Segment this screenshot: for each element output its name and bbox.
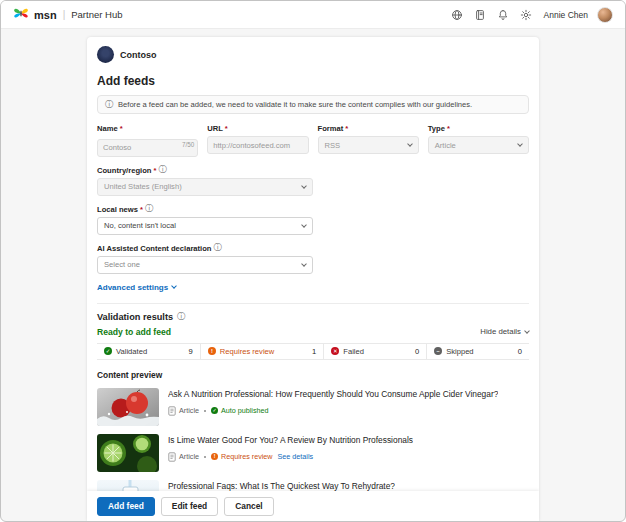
status-skipped: – Skipped 0 [426,344,529,359]
article-meta: Article ✓ Auto published [168,406,498,416]
status-badge: Auto published [221,406,269,415]
ai-declaration-label: AI Assisted Content declaration [97,244,212,253]
info-icon: ⓘ [158,166,166,174]
bell-icon[interactable] [496,8,510,22]
format-label: Format [318,124,344,133]
validation-results-title: Validation results [97,312,173,322]
requires-review-icon: ! [208,347,216,355]
article-thumbnail-water [97,480,159,492]
app-window: msn | Partner Hub [0,0,626,522]
field-country: Country/region * ⓘ United States (Englis… [97,166,313,196]
required-mark: * [447,124,450,133]
status-validated: ✓ Validated 9 [97,344,200,359]
published-icon: ✓ [211,407,218,414]
article-title: Professional Faqs: What Is The Quickest … [168,481,395,491]
meta-separator [204,456,206,458]
hide-details-label: Hide details [480,327,521,336]
journal-icon[interactable] [473,8,487,22]
page-title: Add feeds [97,74,529,88]
required-mark: * [153,166,156,175]
validated-count: 9 [189,347,193,356]
article-thumbnail-limes [97,434,159,472]
article-type: Article [179,406,199,415]
cancel-button[interactable]: Cancel [224,497,273,516]
field-local-news: Local news * ⓘ No, content isn't local [97,205,313,235]
info-icon: ⓘ [214,244,222,252]
type-value: Article [435,141,456,150]
app-name: Partner Hub [71,9,122,20]
preview-item: Professional Faqs: What Is The Quickest … [97,480,529,492]
ready-status: Ready to add feed [97,327,171,337]
requires-review-count: 1 [312,347,316,356]
add-feed-button[interactable]: Add feed [97,497,155,516]
section-divider [97,303,529,304]
article-title: Is Lime Water Good For You? A Review By … [168,435,413,445]
name-label: Name [97,124,118,133]
failed-icon: ✕ [331,347,339,355]
failed-label: Failed [343,347,364,356]
article-type: Article [179,452,199,461]
top-actions: Annie Chen [450,7,613,23]
article-icon [168,406,176,416]
char-counter: 7/50 [182,141,194,148]
msn-logo [13,6,29,24]
type-label: Type [428,124,445,133]
info-icon: ⓘ [177,313,185,321]
type-select: Article [428,136,529,154]
preview-item: Is Lime Water Good For You? A Review By … [97,434,529,472]
ai-declaration-value: Select one [104,260,140,269]
edit-feed-button[interactable]: Edit feed [161,497,218,516]
validation-results-header: Validation results ⓘ [97,312,529,322]
failed-count: 0 [415,347,419,356]
local-news-select[interactable]: No, content isn't local [97,217,313,235]
settings-icon[interactable] [519,8,533,22]
hide-details-toggle[interactable]: Hide details [480,327,529,336]
url-input [207,136,308,154]
article-title: Ask A Nutrition Professional: How Freque… [168,389,498,399]
banner-info-icon: ⓘ [105,101,113,109]
info-icon: ⓘ [145,205,153,213]
validated-icon: ✓ [104,347,112,355]
status-requires-review: ! Requires review 1 [200,344,323,359]
field-format: Format * RSS [318,124,419,157]
field-name: Name * 7/50 [97,124,198,157]
validation-counts-bar: ✓ Validated 9 ! Requires review 1 ✕ Fail… [97,343,529,360]
url-label: URL [207,124,223,133]
validated-label: Validated [116,347,147,356]
advanced-settings-label: Advanced settings [97,283,168,292]
required-mark: * [225,124,228,133]
brand: msn | Partner Hub [13,6,122,24]
required-mark: * [140,205,143,214]
meta-separator [204,410,206,412]
field-ai-declaration: AI Assisted Content declaration ⓘ Select… [97,244,313,274]
preview-item: Ask A Nutrition Professional: How Freque… [97,388,529,426]
see-details-link[interactable]: See details [278,452,314,461]
article-thumbnail-apples [97,388,159,426]
globe-icon[interactable] [450,8,464,22]
user-name: Annie Chen [544,10,588,20]
chevron-down-icon [301,222,307,228]
requires-review-icon: ! [211,453,218,460]
ai-declaration-select[interactable]: Select one [97,256,313,274]
top-bar: msn | Partner Hub [1,1,625,29]
field-url: URL * [207,124,308,157]
action-footer: Add feed Edit feed Cancel [87,491,539,521]
chevron-down-icon [171,283,177,289]
brand-divider: | [63,9,66,20]
country-label: Country/region [97,166,151,175]
format-value: RSS [325,141,341,150]
chevron-down-icon [407,141,413,147]
content-preview-title: Content preview [97,370,529,380]
article-icon [168,452,176,462]
requires-review-label: Requires review [220,347,274,356]
chevron-down-icon [301,261,307,267]
required-mark: * [345,124,348,133]
chevron-down-icon [517,141,523,147]
user-avatar[interactable] [597,7,613,23]
brand-name: msn [34,9,57,21]
chevron-down-icon [301,183,307,189]
status-badge: Requires review [221,452,273,461]
skipped-icon: – [434,347,442,355]
advanced-settings-link[interactable]: Advanced settings [97,283,176,292]
info-banner: ⓘ Before a feed can be added, we need to… [97,95,529,114]
